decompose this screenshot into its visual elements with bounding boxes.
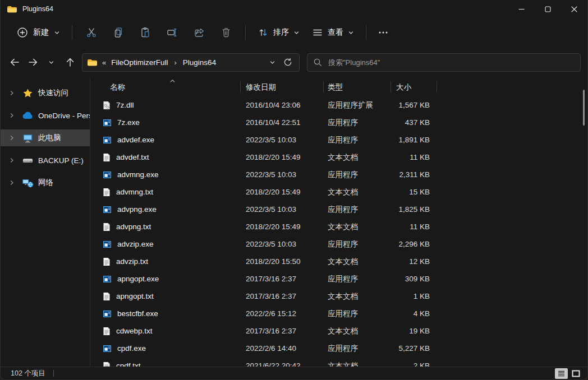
file-row[interactable]: advpng.txt2018/2/20 15:49文本文档11 KB [90,218,587,235]
breadcrumb-overflow[interactable]: « [102,58,106,67]
file-row[interactable]: advzip.exe2022/3/5 10:03应用程序2,296 KB [90,235,587,253]
txt-file-icon [103,257,111,266]
file-type: 应用程序 [328,239,391,249]
file-size: 5,227 KB [391,344,444,353]
delete-icon [220,26,232,39]
sidebar-item[interactable]: 此电脑 [1,129,90,146]
see-more-button[interactable] [372,22,394,43]
recent-locations-button[interactable] [42,53,61,72]
file-row[interactable]: advdef.exe2022/3/5 10:03应用程序1,891 KB [90,131,587,149]
file-name: bestcfbf.exe [117,309,158,318]
column-divider[interactable] [240,81,241,92]
delete-button[interactable] [213,22,240,43]
file-size: 309 KB [391,275,444,283]
column-divider[interactable] [323,81,324,92]
file-row[interactable]: advzip.txt2018/2/20 15:50文本文档12 KB [90,253,587,270]
file-size: 2 KB [391,362,444,367]
column-header[interactable]: 名称 [110,82,125,92]
expand-chevron-icon[interactable] [7,113,16,118]
file-row[interactable]: advmng.txt2018/2/20 15:49文本文档15 KB [90,183,587,201]
minimize-button[interactable] [508,0,535,18]
breadcrumb-item[interactable]: Plugins64 [180,57,219,68]
file-type: 应用程序 [328,118,391,128]
rename-button[interactable] [159,22,186,43]
refresh-icon[interactable] [283,58,292,67]
address-dropdown-icon[interactable] [269,59,275,66]
file-size: 1,567 KB [391,101,444,109]
file-date-modified: 2017/3/16 2:37 [246,275,328,283]
file-date-modified: 2021/6/22 20:42 [246,362,328,367]
expand-chevron-icon[interactable] [7,135,16,141]
new-button-label: 新建 [33,27,49,38]
sidebar-item[interactable]: 快速访问 [1,85,90,101]
exe-file-icon [103,118,112,127]
window-title: Plugins64 [22,5,53,13]
titlebar: Plugins64 [1,0,587,18]
file-date-modified: 2018/2/20 15:49 [246,223,328,231]
file-row[interactable]: cdwebp.txt2017/3/16 2:37文本文档19 KB [90,322,587,340]
file-row[interactable]: 7z.exe2016/10/4 22:51应用程序437 KB [90,114,587,131]
back-button[interactable] [5,53,24,72]
file-date-modified: 2022/3/5 10:03 [246,240,328,248]
folder-icon [87,58,98,67]
column-divider[interactable] [391,81,391,92]
recent-locations-icon [48,59,54,66]
file-row[interactable]: advmng.exe2022/3/5 10:03应用程序2,311 KB [90,166,587,183]
exe-file-icon [103,170,112,179]
column-header[interactable]: 大小 [396,82,411,92]
search-input[interactable] [327,58,575,67]
file-type: 应用程序 [328,170,391,180]
large-icons-view-button[interactable] [569,368,582,379]
view-button[interactable]: 查看 [306,23,360,42]
expand-chevron-icon[interactable] [7,180,16,186]
forward-button[interactable] [24,53,42,72]
file-row[interactable]: 7z.dll2016/10/4 23:06应用程序扩展1,567 KB [90,96,587,114]
file-size: 1,825 KB [391,205,444,214]
address-bar[interactable]: « FileOptimizerFull›Plugins64 [82,53,300,72]
breadcrumb-item[interactable]: FileOptimizerFull [108,57,171,68]
expand-chevron-icon[interactable] [7,157,16,163]
file-size: 15 KB [391,188,444,196]
sort-button[interactable]: 排序 [251,23,306,42]
status-bar: 102 个项目 [1,367,587,379]
file-date-modified: 2018/2/20 15:49 [246,188,328,196]
file-row[interactable]: advdef.txt2018/2/20 15:49文本文档11 KB [90,149,587,166]
sidebar-item[interactable]: 网络 [1,174,90,191]
window-controls [508,0,587,18]
file-row[interactable]: cpdf.txt2021/6/22 20:42文本文档2 KB [90,357,587,367]
file-size: 12 KB [391,257,444,266]
sidebar-item[interactable]: BACKUP (E:) [1,152,90,169]
maximize-button[interactable] [535,0,561,18]
copy-button[interactable] [105,22,132,43]
file-name: cdwebp.txt [116,327,153,335]
column-divider[interactable] [437,81,437,92]
column-headers: 名称修改日期类型大小 [90,77,587,96]
file-row[interactable]: bestcfbf.exe2022/2/6 15:12应用程序4 KB [90,305,587,322]
sidebar-item[interactable]: OneDrive - Personal [1,107,90,124]
file-date-modified: 2022/3/5 10:03 [246,205,328,214]
details-view-button[interactable] [555,368,568,379]
share-button[interactable] [186,22,213,43]
vertical-scrollbar[interactable] [583,90,585,126]
column-header[interactable]: 类型 [328,82,343,92]
file-row[interactable]: apngopt.txt2017/3/16 2:37文本文档1 KB [90,288,587,305]
file-date-modified: 2017/3/16 2:37 [246,327,328,335]
txt-file-icon [103,362,111,367]
file-row[interactable]: apngopt.exe2017/3/16 2:37应用程序309 KB [90,270,587,288]
paste-icon [139,26,151,39]
search-box[interactable] [307,53,581,72]
cut-button[interactable] [78,22,105,43]
exe-file-icon [103,205,112,214]
paste-button[interactable] [132,22,159,43]
new-button[interactable]: 新建 [11,23,66,42]
file-type: 应用程序 [328,274,391,284]
file-name: advzip.exe [117,240,154,248]
column-header[interactable]: 修改日期 [246,82,276,92]
up-button[interactable] [61,53,79,72]
rename-icon [166,26,178,39]
expand-chevron-icon[interactable] [7,90,16,96]
file-row[interactable]: cpdf.exe2022/2/6 14:40应用程序5,227 KB [90,340,587,357]
file-row[interactable]: advpng.exe2022/3/5 10:03应用程序1,825 KB [90,201,587,218]
close-button[interactable] [561,0,587,18]
file-type: 应用程序 [328,344,391,354]
